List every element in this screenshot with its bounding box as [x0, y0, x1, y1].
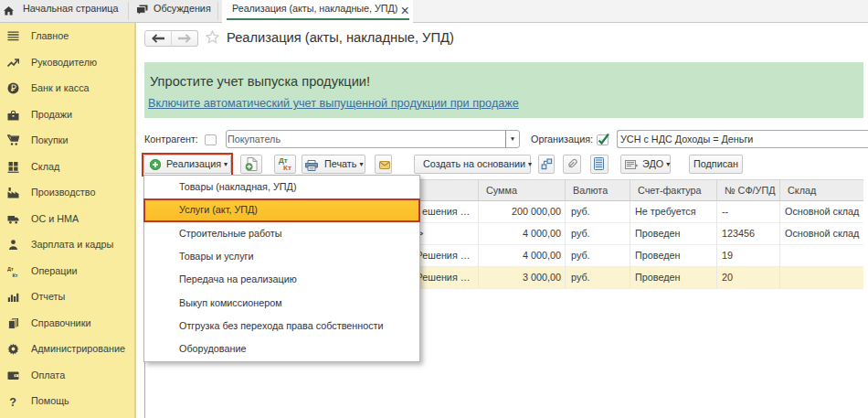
svg-text:?: ?: [9, 396, 16, 407]
svg-text:Кт: Кт: [13, 272, 18, 277]
svg-text:Дт: Дт: [7, 265, 14, 271]
